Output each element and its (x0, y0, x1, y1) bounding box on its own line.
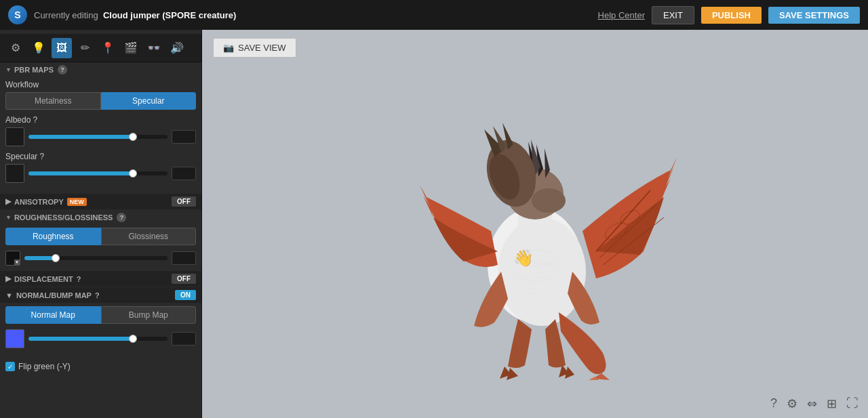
specular-label: Specular ? (5, 152, 196, 161)
audio-icon-btn[interactable]: 🔊 (167, 38, 187, 58)
pbr-maps-header[interactable]: ▼ PBR MAPS ? (0, 62, 201, 77)
normal-bump-row: ▼ NORMAL/BUMP MAP ? ON (0, 287, 201, 303)
roughness-row: ▼ 0.2 (5, 251, 196, 266)
displacement-label: ▶ DISPLACEMENT ? (5, 274, 81, 283)
svg-point-4 (532, 188, 566, 213)
albedo-row: 1 (5, 127, 196, 146)
roughness-help-icon[interactable]: ? (117, 213, 126, 222)
image-icon-btn[interactable]: 🖼 (52, 38, 72, 58)
anisotropy-arrow[interactable]: ▶ (5, 197, 11, 206)
svg-marker-27 (507, 368, 518, 380)
viewport-bottom-icons: ? ⚙ ⇔ ⊞ ⛶ (770, 396, 859, 411)
normal-bump-tabs: Normal Map Bump Map (5, 306, 196, 324)
albedo-slider[interactable] (28, 135, 167, 139)
flip-green-checkbox[interactable] (5, 362, 15, 371)
flip-green-row: Flip green (-Y) (0, 359, 201, 374)
top-bar-right: Help Center EXIT PUBLISH SAVE SETTINGS (598, 6, 860, 24)
tab-specular[interactable]: Specular (101, 92, 197, 110)
resize-vp-icon[interactable]: ⇔ (807, 396, 817, 411)
normal-bump-content: Normal Map Bump Map 1 (0, 304, 201, 359)
roughness-arrow: ▼ (5, 214, 12, 221)
pbr-maps-arrow: ▼ (5, 66, 12, 73)
roughness-tabs: Roughness Glossiness (5, 228, 196, 245)
albedo-value-input[interactable]: 1 (172, 130, 196, 144)
vr-vp-icon[interactable]: ⊞ (827, 396, 837, 411)
workflow-section: Workflow Metalness Specular Albedo ? 1 (0, 77, 201, 194)
main-area: ⚙ 💡 🖼 ✏ 📍 🎬 👓 🔊 ▼ PBR MAPS ? Workflow Me… (0, 30, 868, 418)
displacement-row: ▶ DISPLACEMENT ? OFF (0, 271, 201, 287)
left-panel: ⚙ 💡 🖼 ✏ 📍 🎬 👓 🔊 ▼ PBR MAPS ? Workflow Me… (0, 30, 202, 418)
anisotropy-label: ▶ ANISOTROPY NEW (5, 197, 87, 206)
normal-value-input[interactable]: 1 (172, 332, 196, 346)
creature-svg: 👋 (386, 68, 684, 380)
normal-slider[interactable] (28, 337, 167, 341)
anisotropy-toggle[interactable]: OFF (172, 196, 196, 207)
specular-help-icon[interactable]: ? (39, 152, 44, 161)
specular-row: 1 (5, 164, 196, 183)
save-settings-button[interactable]: SAVE SETTINGS (768, 7, 860, 24)
normal-bump-label: ▼ NORMAL/BUMP MAP ? (5, 291, 100, 299)
roughness-section-label: ROUGHNESS/GLOSSINESS (14, 213, 113, 222)
creature-area: 👋 (202, 30, 868, 418)
app-logo: S (8, 5, 27, 24)
tab-normal-map[interactable]: Normal Map (5, 306, 101, 324)
anisotropy-badge: NEW (67, 198, 87, 206)
gear-icon-btn[interactable]: ⚙ (5, 38, 26, 58)
roughness-section-header[interactable]: ▼ ROUGHNESS/GLOSSINESS ? (0, 210, 201, 225)
viewport[interactable]: 📷 SAVE VIEW (202, 30, 868, 418)
svg-text:👋: 👋 (513, 248, 534, 268)
publish-button[interactable]: PUBLISH (701, 7, 762, 24)
flip-green-label: Flip green (-Y) (18, 362, 71, 371)
roughness-value-input[interactable]: 0.2 (172, 251, 196, 265)
displacement-help-icon[interactable]: ? (77, 275, 81, 283)
lightbulb-icon-btn[interactable]: 💡 (28, 38, 49, 58)
normal-map-row: 1 (5, 329, 196, 348)
help-center-link[interactable]: Help Center (598, 10, 645, 20)
albedo-swatch[interactable] (5, 127, 24, 146)
model-name: Cloud jumper (SPORE creature) (103, 10, 236, 20)
normal-swatch[interactable] (5, 329, 24, 348)
top-bar: S Currently editing Cloud jumper (SPORE … (0, 0, 868, 30)
specular-value-input[interactable]: 1 (172, 167, 196, 180)
albedo-label: Albedo ? (5, 115, 196, 125)
help-vp-icon[interactable]: ? (770, 396, 777, 411)
pin-icon-btn[interactable]: 📍 (98, 38, 118, 58)
normal-bump-toggle[interactable]: ON (175, 290, 196, 300)
pbr-maps-label: PBR MAPS (14, 66, 54, 74)
tab-bump-map[interactable]: Bump Map (101, 306, 197, 324)
pbr-maps-help-icon[interactable]: ? (58, 65, 67, 75)
workflow-label: Workflow (5, 80, 196, 89)
displacement-toggle[interactable]: OFF (172, 274, 196, 284)
roughness-section-content: Roughness Glossiness ▼ 0.2 (0, 225, 201, 271)
editing-label: Currently editing Cloud jumper (SPORE cr… (34, 10, 236, 20)
tab-roughness[interactable]: Roughness (5, 228, 101, 245)
normal-bump-arrow[interactable]: ▼ (5, 291, 13, 299)
exit-button[interactable]: EXIT (652, 6, 694, 24)
roughness-slider[interactable] (24, 256, 167, 260)
svg-marker-29 (565, 367, 574, 379)
roughness-swatch[interactable]: ▼ (5, 251, 20, 266)
vr-icon-btn[interactable]: 👓 (144, 38, 164, 58)
albedo-help-icon[interactable]: ? (33, 115, 37, 125)
tab-glossiness[interactable]: Glossiness (101, 228, 197, 245)
tab-metalness[interactable]: Metalness (5, 92, 101, 110)
brush-icon-btn[interactable]: ✏ (75, 38, 95, 58)
workflow-tabs: Metalness Specular (5, 92, 196, 110)
svg-marker-21 (667, 156, 677, 180)
specular-swatch[interactable] (5, 164, 24, 183)
displacement-arrow[interactable]: ▶ (5, 274, 11, 283)
roughness-swatch-arrow: ▼ (14, 259, 20, 265)
specular-slider[interactable] (28, 171, 167, 175)
normal-bump-help-icon[interactable]: ? (95, 291, 100, 299)
anisotropy-row: ▶ ANISOTROPY NEW OFF (0, 194, 201, 209)
expand-vp-icon[interactable]: ⛶ (846, 396, 859, 411)
film-icon-btn[interactable]: 🎬 (121, 38, 141, 58)
settings-vp-icon[interactable]: ⚙ (787, 396, 797, 411)
icon-toolbar: ⚙ 💡 🖼 ✏ 📍 🎬 👓 🔊 (0, 34, 202, 62)
